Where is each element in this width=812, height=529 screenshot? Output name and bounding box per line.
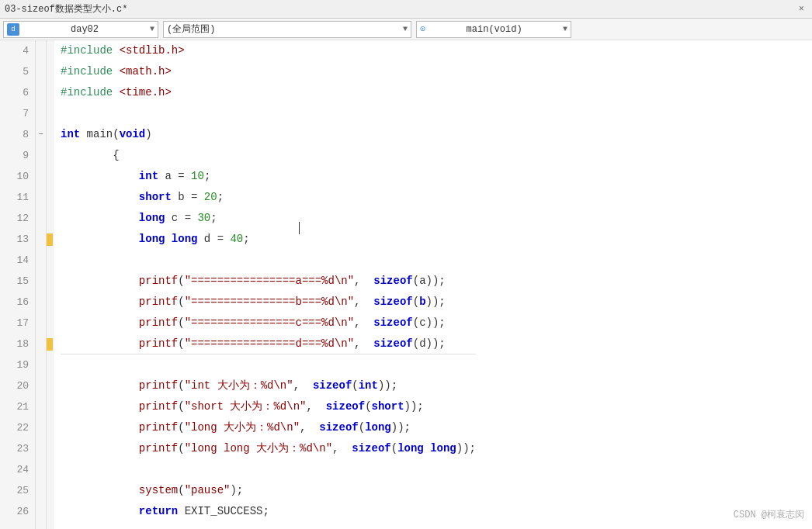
code-line-26: return EXIT_SUCCESS; (61, 501, 476, 522)
str-23: "long long 大小为：%d\n" (185, 438, 332, 459)
bookmark-gutter (47, 40, 54, 529)
toolbar: d day02 ▼ (全局范围) ▼ ⊙ main(void) ▼ (0, 19, 812, 40)
bookmark-20 (47, 375, 54, 396)
sizeof-20: sizeof (313, 375, 352, 396)
fold-spacer-25 (36, 480, 46, 501)
sizeof-21: sizeof (326, 396, 365, 417)
line-num-24: 24 (0, 459, 35, 480)
code-line-25: system ( "pause" ); (61, 480, 476, 501)
fold-spacer-23 (36, 438, 46, 459)
line-num-11: 11 (0, 187, 35, 208)
fold-spacer-5 (36, 61, 46, 82)
keyword-include-5: #include (61, 61, 113, 82)
chevron-down-icon: ▼ (150, 25, 154, 33)
fn-printf-23: printf (139, 438, 178, 459)
scope-dropdown[interactable]: (全局范围) ▼ (163, 21, 411, 38)
line-num-21: 21 (0, 396, 35, 417)
kw-short-21: short (372, 396, 404, 417)
watermark: CSDN @柯衰志闵 (734, 508, 804, 521)
bookmark-10 (47, 166, 54, 187)
bookmark-24 (47, 459, 54, 480)
fn-printf-20: printf (139, 375, 178, 396)
keyword-long-13a: long (139, 229, 165, 250)
fold-spacer-13 (36, 229, 46, 250)
fn-printf-22: printf (139, 417, 178, 438)
str-20: "int 大小为：%d\n" (185, 375, 293, 396)
line-num-6: 6 (0, 82, 35, 103)
kw-long-23a: long (397, 438, 424, 459)
line-num-19: 19 (0, 354, 35, 375)
line-num-7: 7 (0, 103, 35, 124)
bookmark-25 (47, 480, 54, 501)
code-line-22: printf ( "long 大小为：%d\n" , sizeof ( long… (61, 417, 476, 438)
code-line-21: printf ( "short 大小为：%d\n" , sizeof ( sho… (61, 396, 476, 417)
bookmark-13 (47, 229, 54, 250)
str-22: "long 大小为：%d\n" (185, 417, 300, 438)
chevron-down-icon-3: ▼ (563, 25, 567, 33)
code-line-5: #include <math.h> (61, 61, 476, 82)
header-math: <math.h> (120, 61, 172, 82)
bookmark-18 (47, 334, 54, 354)
bookmark-11 (47, 187, 54, 208)
bookmark-14 (47, 250, 54, 271)
sizeof-15: sizeof (373, 271, 412, 292)
bookmark-4 (47, 40, 54, 61)
code-line-7 (61, 103, 476, 124)
str-17: "================c===%d\n" (185, 313, 354, 334)
header-time: <time.h> (120, 82, 172, 103)
fold-spacer-9 (36, 145, 46, 166)
chevron-down-icon-2: ▼ (403, 25, 408, 33)
sizeof-18: sizeof (373, 334, 412, 354)
code-line-11: short b = 20 ; (61, 187, 476, 208)
symbol-dropdown[interactable]: ⊙ main(void) ▼ (416, 21, 571, 38)
bookmark-5 (47, 61, 54, 82)
fold-spacer-24 (36, 459, 46, 480)
code-line-10: int a = 10 ; (61, 166, 476, 187)
kw-int-20: int (359, 375, 378, 396)
line-num-9: 9 (0, 145, 35, 166)
bookmark-23 (47, 438, 54, 459)
line-num-4: 4 (0, 40, 35, 61)
bookmark-12 (47, 208, 54, 229)
line-num-26: 26 (0, 501, 35, 522)
num-12: 30 (197, 208, 210, 229)
line-num-14: 14 (0, 250, 35, 271)
str-18: "================d===%d\n" (185, 334, 354, 354)
title-bar: 03-sizeof数据类型大小.c* × (0, 0, 812, 19)
code-editor[interactable]: 4 5 6 7 8 9 10 11 12 13 14 15 16 17 18 1… (0, 40, 812, 529)
project-icon: d (7, 23, 19, 36)
fold-spacer-11 (36, 187, 46, 208)
project-dropdown[interactable]: d day02 ▼ (3, 21, 158, 38)
tab-title: 03-sizeof数据类型大小.c* (5, 2, 796, 16)
num-10: 10 (191, 166, 204, 187)
keyword-long-13b: long (172, 229, 198, 250)
fold-toggle-8[interactable]: − (36, 124, 46, 145)
keyword-short-11: short (139, 187, 172, 208)
line-num-13: 13 (0, 229, 35, 250)
keyword-void-8: void (120, 124, 146, 145)
line-num-5: 5 (0, 61, 35, 82)
close-button[interactable]: × (796, 4, 807, 15)
keyword-int-8: int (61, 124, 80, 145)
keyword-include-6: #include (61, 82, 113, 103)
fold-spacer-26 (36, 501, 46, 522)
project-value: day02 (71, 24, 99, 35)
fold-spacer-14 (36, 250, 46, 271)
line-num-16: 16 (0, 292, 35, 313)
bookmark-19 (47, 354, 54, 375)
line-num-17: 17 (0, 313, 35, 334)
code-line-12: long c = 30 ; (61, 208, 476, 229)
line-num-22: 22 (0, 417, 35, 438)
kw-long-22: long (365, 417, 391, 438)
code-area[interactable]: #include <stdlib.h> #include <math.h> #i… (54, 40, 476, 529)
code-line-9: { (61, 145, 476, 166)
str-15: "================a===%d\n" (185, 271, 354, 292)
fold-spacer-7 (36, 103, 46, 124)
fold-spacer-18 (36, 334, 46, 354)
code-line-14 (61, 250, 476, 271)
line-num-10: 10 (0, 166, 35, 187)
bookmark-15 (47, 271, 54, 292)
code-line-23: printf ( "long long 大小为：%d\n" , sizeof (… (61, 438, 476, 459)
fold-spacer-4 (36, 40, 46, 61)
fold-gutter: − (36, 40, 47, 529)
